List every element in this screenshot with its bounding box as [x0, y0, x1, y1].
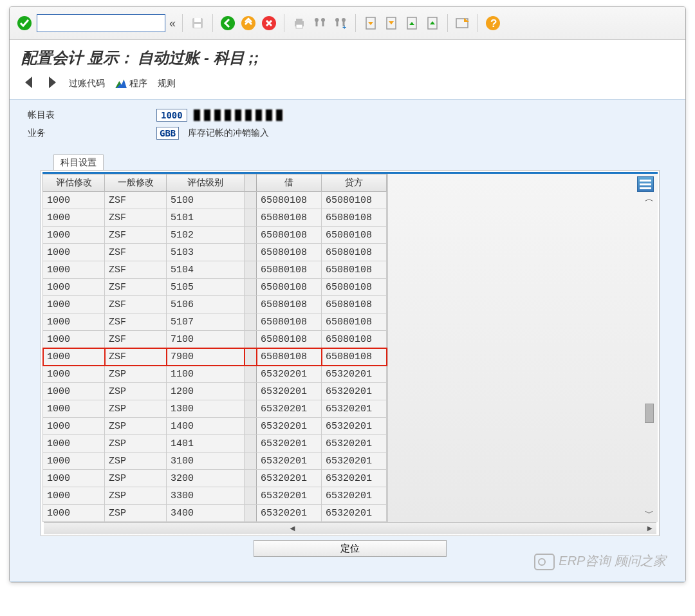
- hscroll-right-icon[interactable]: ►: [645, 523, 654, 533]
- table-row[interactable]: 1000ZSF51016508010865080108: [43, 209, 387, 227]
- cell[interactable]: ZSF: [105, 348, 167, 366]
- cell[interactable]: 5104: [167, 261, 245, 279]
- prev-page-icon[interactable]: [383, 15, 400, 32]
- scroll-up-icon[interactable]: ︿: [645, 193, 654, 205]
- cell[interactable]: 65320201: [257, 435, 322, 453]
- cell[interactable]: 65320201: [322, 487, 387, 505]
- cell[interactable]: 65320201: [257, 400, 322, 418]
- cell[interactable]: 5100: [167, 192, 245, 209]
- cell[interactable]: 1000: [43, 313, 105, 331]
- cell[interactable]: 1100: [167, 366, 245, 383]
- cell[interactable]: ZSP: [105, 400, 167, 418]
- table-row[interactable]: 1000ZSP11006532020165320201: [43, 366, 387, 383]
- cell[interactable]: 5103: [167, 244, 245, 261]
- cell[interactable]: 65080108: [257, 192, 322, 209]
- cell[interactable]: 5102: [167, 227, 245, 244]
- column-config-icon[interactable]: [637, 176, 654, 192]
- cell[interactable]: 1300: [167, 400, 245, 418]
- chart-value[interactable]: 1000: [156, 109, 187, 122]
- cell[interactable]: 1000: [43, 505, 105, 522]
- cell[interactable]: 1000: [43, 348, 105, 366]
- cell[interactable]: 1000: [43, 400, 105, 418]
- cell[interactable]: 3300: [167, 487, 245, 505]
- cell[interactable]: ZSP: [105, 383, 167, 400]
- table-row[interactable]: 1000ZSP12006532020165320201: [43, 383, 387, 400]
- cell[interactable]: 65320201: [257, 383, 322, 400]
- cell[interactable]: 1000: [43, 209, 105, 227]
- cell[interactable]: 65080108: [257, 331, 322, 348]
- cell[interactable]: ZSF: [105, 279, 167, 296]
- cell[interactable]: 65320201: [257, 505, 322, 522]
- cell[interactable]: 3400: [167, 505, 245, 522]
- cell[interactable]: 65080108: [322, 192, 387, 209]
- business-code[interactable]: GBB: [156, 127, 179, 140]
- cell[interactable]: 65080108: [322, 331, 387, 348]
- cell[interactable]: 65080108: [257, 296, 322, 313]
- cell[interactable]: 1000: [43, 383, 105, 400]
- locate-button[interactable]: 定位: [254, 540, 447, 557]
- cell[interactable]: 65320201: [257, 366, 322, 383]
- cell[interactable]: 65080108: [257, 348, 322, 366]
- cell[interactable]: 65080108: [322, 279, 387, 296]
- cell[interactable]: 7900: [167, 348, 245, 366]
- cell[interactable]: 1000: [43, 331, 105, 348]
- save-icon[interactable]: [189, 15, 206, 32]
- posting-code-button[interactable]: 过账代码: [69, 78, 105, 89]
- cell[interactable]: 65080108: [322, 348, 387, 366]
- cell[interactable]: 65080108: [322, 313, 387, 331]
- program-button[interactable]: 程序: [115, 78, 147, 89]
- column-header[interactable]: 评估级别: [167, 174, 245, 192]
- cell[interactable]: 65080108: [322, 227, 387, 244]
- cell[interactable]: 65080108: [257, 244, 322, 261]
- table-row[interactable]: 1000ZSF51026508010865080108: [43, 227, 387, 244]
- ok-icon[interactable]: [16, 15, 33, 32]
- cell[interactable]: ZSF: [105, 209, 167, 227]
- hscroll-left-icon[interactable]: ◄: [288, 523, 297, 533]
- cell[interactable]: ZSP: [105, 505, 167, 522]
- accounts-table[interactable]: 评估修改一般修改评估级别借贷方 1000ZSF51006508010865080…: [42, 174, 387, 522]
- cell[interactable]: 65080108: [322, 209, 387, 227]
- table-row[interactable]: 1000ZSF51036508010865080108: [43, 244, 387, 261]
- last-page-icon[interactable]: [424, 15, 441, 32]
- print-icon[interactable]: [291, 15, 308, 32]
- table-row[interactable]: 1000ZSP31006532020165320201: [43, 453, 387, 470]
- cell[interactable]: 65320201: [322, 418, 387, 435]
- cell[interactable]: 5107: [167, 313, 245, 331]
- cell[interactable]: 65080108: [257, 227, 322, 244]
- table-row[interactable]: 1000ZSF71006508010865080108: [43, 331, 387, 348]
- cell[interactable]: 65080108: [257, 209, 322, 227]
- up-icon[interactable]: [240, 15, 257, 32]
- cell[interactable]: ZSF: [105, 313, 167, 331]
- prev-arrow-icon[interactable]: [23, 75, 35, 93]
- help-icon[interactable]: ?: [485, 15, 501, 32]
- cell[interactable]: 1000: [43, 227, 105, 244]
- scrollbar-thumb[interactable]: [645, 404, 654, 423]
- cell[interactable]: ZSF: [105, 192, 167, 209]
- find-next-icon[interactable]: +: [332, 15, 349, 32]
- next-page-icon[interactable]: [403, 15, 420, 32]
- column-header[interactable]: 借: [257, 174, 322, 192]
- cell[interactable]: 1000: [43, 261, 105, 279]
- cell[interactable]: 65320201: [257, 487, 322, 505]
- cell[interactable]: 65080108: [257, 313, 322, 331]
- cell[interactable]: ZSP: [105, 487, 167, 505]
- cell[interactable]: 1200: [167, 383, 245, 400]
- cell[interactable]: 1000: [43, 418, 105, 435]
- cancel-icon[interactable]: [261, 15, 277, 32]
- new-session-icon[interactable]: [454, 15, 471, 32]
- next-arrow-icon[interactable]: [46, 75, 59, 93]
- cell[interactable]: 65320201: [257, 470, 322, 487]
- cell[interactable]: 1000: [43, 453, 105, 470]
- scroll-down-icon[interactable]: ﹀: [645, 508, 654, 519]
- table-row[interactable]: 1000ZSP14016532020165320201: [43, 435, 387, 453]
- cell[interactable]: 1401: [167, 435, 245, 453]
- cell[interactable]: 3100: [167, 453, 245, 470]
- cell[interactable]: 1000: [43, 244, 105, 261]
- table-row[interactable]: 1000ZSF51076508010865080108: [43, 313, 387, 331]
- column-header[interactable]: 贷方: [322, 174, 387, 192]
- cell[interactable]: 65320201: [322, 470, 387, 487]
- table-row[interactable]: 1000ZSP33006532020165320201: [43, 487, 387, 505]
- table-row[interactable]: 1000ZSP32006532020165320201: [43, 470, 387, 487]
- cell[interactable]: 1000: [43, 487, 105, 505]
- cell[interactable]: 65080108: [257, 279, 322, 296]
